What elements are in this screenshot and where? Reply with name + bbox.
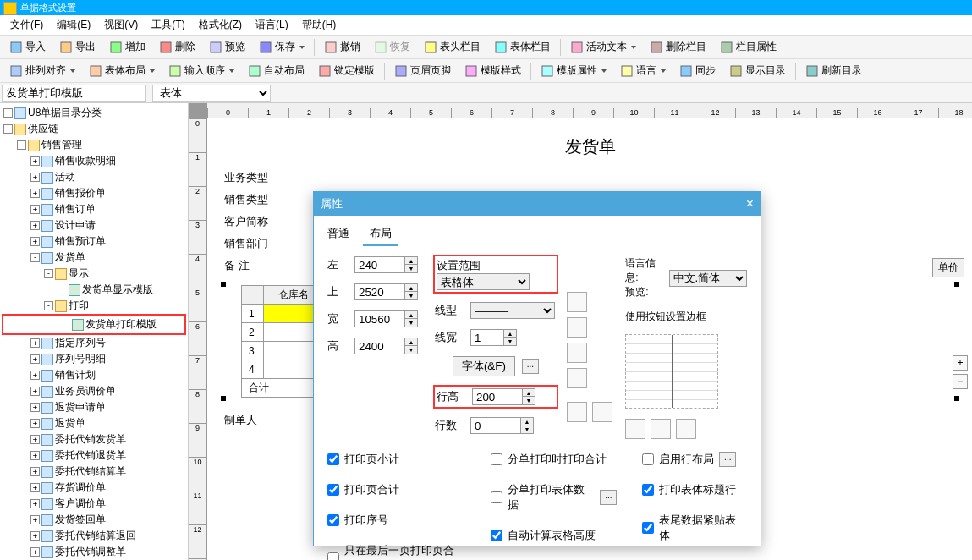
tb-sort[interactable]: 排列对齐 bbox=[3, 61, 81, 80]
tree-node[interactable]: +指定序列号 bbox=[2, 335, 186, 351]
tree-toggle-icon[interactable]: + bbox=[30, 221, 40, 230]
tree-node[interactable]: +退货单 bbox=[2, 415, 186, 431]
tb-body[interactable]: 表体栏目 bbox=[488, 37, 557, 57]
border-btn-d[interactable] bbox=[651, 419, 671, 439]
tree-toggle-icon[interactable]: + bbox=[30, 451, 40, 460]
tree-toggle-icon[interactable]: + bbox=[30, 338, 40, 348]
tree-node[interactable]: +委托代销退货单 bbox=[2, 447, 186, 464]
tree-toggle-icon[interactable]: + bbox=[30, 371, 40, 380]
tree-node[interactable]: +活动 bbox=[2, 169, 186, 185]
font-button[interactable]: 字体(&F) bbox=[453, 356, 515, 376]
border-btn-b[interactable] bbox=[592, 402, 612, 422]
body-table[interactable]: 仓库名 1 2 3 4 合计 bbox=[241, 285, 323, 398]
minus-button[interactable]: − bbox=[953, 374, 968, 389]
row-height-spinner[interactable]: ▲▼ bbox=[472, 388, 535, 405]
tb-refresh[interactable]: 刷新目录 bbox=[799, 61, 868, 80]
tb-sync[interactable]: 同步 bbox=[673, 61, 722, 80]
tree-toggle-icon[interactable]: + bbox=[30, 531, 40, 541]
scope-select[interactable]: 表格体 bbox=[437, 273, 530, 290]
tree-node[interactable]: +销售收款明细 bbox=[2, 153, 186, 169]
tree-node[interactable]: +销售报价单 bbox=[2, 185, 186, 201]
tree-node[interactable]: +委托代销结算退回 bbox=[2, 528, 186, 544]
tree-node[interactable]: -供应链 bbox=[2, 121, 186, 137]
tree-node[interactable]: +委托代销调整单 bbox=[2, 544, 186, 560]
width-spinner[interactable]: ▲▼ bbox=[354, 310, 418, 327]
tree-toggle-icon[interactable]: + bbox=[30, 547, 40, 557]
checkbox-row[interactable]: 启用行布局... bbox=[642, 449, 747, 469]
menu-item[interactable]: 视图(V) bbox=[97, 16, 145, 34]
checkbox-row[interactable]: 自动计算表格宽度 bbox=[491, 556, 618, 560]
checkbox-row[interactable]: 打印表体标题行 bbox=[642, 480, 747, 500]
tree-toggle-icon[interactable]: - bbox=[17, 140, 26, 150]
tree-toggle-icon[interactable]: - bbox=[30, 253, 40, 262]
tb-delcol[interactable]: 删除栏目 bbox=[644, 37, 712, 57]
tree-toggle-icon[interactable]: + bbox=[30, 515, 40, 524]
tb-add[interactable]: 增加 bbox=[103, 37, 151, 57]
tree-toggle-icon[interactable]: - bbox=[44, 301, 53, 310]
tree-toggle-icon[interactable]: + bbox=[30, 419, 40, 428]
menu-item[interactable]: 语言(L) bbox=[249, 16, 295, 34]
font-target-select[interactable]: 表体 bbox=[152, 85, 271, 102]
tree-node[interactable]: +退货申请单 bbox=[2, 399, 186, 415]
menu-item[interactable]: 文件(F) bbox=[3, 16, 50, 34]
tree-node[interactable]: +存货调价单 bbox=[2, 480, 186, 496]
tree-node[interactable]: +委托代销结算单 bbox=[2, 464, 186, 480]
tree-node[interactable]: +销售计划 bbox=[2, 367, 186, 383]
tree-toggle-icon[interactable]: - bbox=[44, 269, 53, 278]
height-spinner[interactable]: ▲▼ bbox=[354, 338, 418, 354]
tree-toggle-icon[interactable]: + bbox=[30, 205, 40, 214]
tb-style[interactable]: 模版样式 bbox=[459, 61, 527, 80]
tb-preview[interactable]: 预览 bbox=[203, 37, 251, 57]
tree-node[interactable]: +委托代销发货单 bbox=[2, 431, 186, 447]
tree-toggle-icon[interactable]: + bbox=[30, 156, 40, 166]
more-button[interactable]: ... bbox=[719, 452, 736, 467]
tree-node[interactable]: -销售管理 bbox=[2, 137, 186, 153]
border-btn-1[interactable] bbox=[567, 292, 587, 312]
border-btn-a[interactable] bbox=[567, 402, 587, 422]
checkbox-row[interactable]: 表尾数据紧贴表体 bbox=[642, 510, 747, 546]
tree-node[interactable]: +销售订单 bbox=[2, 201, 186, 217]
tree-node[interactable]: +发货签回单 bbox=[2, 512, 186, 528]
more-button[interactable]: ... bbox=[600, 490, 617, 505]
tb-undo[interactable]: 撤销 bbox=[318, 37, 366, 57]
tb-import[interactable]: 导入 bbox=[3, 37, 52, 57]
line-type-select[interactable]: ——— bbox=[470, 302, 555, 319]
border-btn-2[interactable] bbox=[567, 317, 587, 338]
tb-prop[interactable]: 栏目属性 bbox=[714, 37, 783, 57]
menu-item[interactable]: 格式化(Z) bbox=[192, 16, 249, 34]
tree-toggle-icon[interactable]: + bbox=[30, 189, 40, 198]
document-tree[interactable]: -U8单据目录分类-供应链-销售管理+销售收款明细+活动+销售报价单+销售订单+… bbox=[0, 103, 189, 560]
tree-node[interactable]: 发货单显示模版 bbox=[2, 282, 186, 298]
template-name-input[interactable] bbox=[2, 85, 146, 102]
tab-layout[interactable]: 布局 bbox=[363, 222, 398, 246]
tb-order[interactable]: 输入顺序 bbox=[162, 61, 240, 80]
tb-show[interactable]: 显示目录 bbox=[723, 61, 792, 80]
menu-item[interactable]: 工具(T) bbox=[145, 16, 191, 34]
border-btn-e[interactable] bbox=[676, 419, 696, 439]
tree-toggle-icon[interactable]: + bbox=[30, 173, 40, 182]
checkbox-row[interactable]: 分单打印时打印合计 bbox=[491, 449, 618, 469]
checkbox-row[interactable]: 打印页合计 bbox=[327, 480, 465, 500]
tb-head[interactable]: 表头栏目 bbox=[418, 37, 486, 57]
tb-delete[interactable]: 删除 bbox=[153, 37, 201, 57]
tree-toggle-icon[interactable]: - bbox=[3, 108, 13, 118]
tree-node[interactable]: -发货单 bbox=[2, 250, 186, 266]
left-spinner[interactable]: ▲▼ bbox=[354, 256, 418, 273]
checkbox-row[interactable]: 自动计算表格高度 bbox=[491, 525, 618, 546]
plus-button[interactable]: + bbox=[953, 355, 968, 371]
tree-toggle-icon[interactable]: + bbox=[30, 467, 40, 476]
tree-node[interactable]: 发货单打印模版 bbox=[5, 316, 183, 332]
line-width-spinner[interactable]: ▲▼ bbox=[470, 329, 517, 346]
border-btn-4[interactable] bbox=[567, 368, 587, 388]
tree-toggle-icon[interactable]: + bbox=[30, 354, 40, 364]
tb-layout[interactable]: 表体布局 bbox=[83, 61, 161, 80]
row-count-spinner[interactable]: ▲▼ bbox=[470, 417, 534, 434]
font-more-button[interactable]: ... bbox=[522, 359, 539, 374]
tree-node[interactable]: -打印 bbox=[2, 298, 186, 314]
tb-text[interactable]: 活动文本 bbox=[564, 37, 642, 57]
tree-node[interactable]: +客户调价单 bbox=[2, 496, 186, 512]
tree-node[interactable]: -U8单据目录分类 bbox=[2, 105, 186, 121]
tree-node[interactable]: +销售预订单 bbox=[2, 233, 186, 250]
top-spinner[interactable]: ▲▼ bbox=[354, 283, 418, 300]
checkbox-row[interactable]: 只在最后一页打印页合计 bbox=[327, 541, 465, 560]
